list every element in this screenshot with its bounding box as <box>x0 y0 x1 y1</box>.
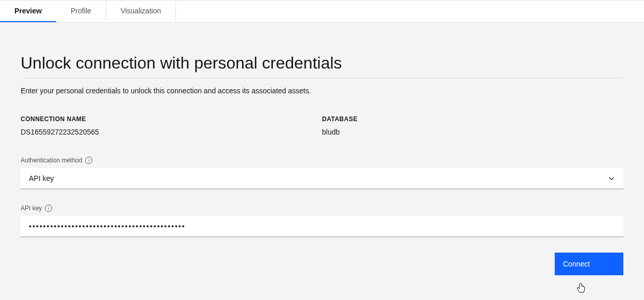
connection-name-label: CONNECTION NAME <box>21 115 322 123</box>
button-row: Connect <box>21 253 623 275</box>
chevron-down-icon <box>608 175 615 182</box>
api-key-label-row: API key i <box>21 205 623 212</box>
connection-name-block: CONNECTION NAME DS16559272232520565 <box>21 115 322 136</box>
tab-preview[interactable]: Preview <box>0 1 56 22</box>
page-description: Enter your personal credentials to unloc… <box>21 87 623 95</box>
database-block: DATABASE bludb <box>322 115 623 136</box>
api-key-input[interactable] <box>21 216 623 237</box>
tab-visualization-label: Visualization <box>121 7 161 15</box>
info-icon[interactable]: i <box>85 157 92 164</box>
auth-method-selected-value: API key <box>29 174 54 182</box>
tab-preview-label: Preview <box>14 7 42 15</box>
tab-profile-label: Profile <box>71 7 91 15</box>
auth-method-label: Authentication method <box>21 157 82 164</box>
api-key-label: API key <box>21 205 42 212</box>
database-value: bludb <box>322 128 623 136</box>
info-icon[interactable]: i <box>45 205 52 212</box>
auth-method-label-row: Authentication method i <box>21 157 623 164</box>
cursor-pointer-icon <box>576 282 586 294</box>
auth-method-select[interactable]: API key <box>21 168 623 189</box>
connect-button[interactable]: Connect <box>555 253 623 275</box>
connect-button-label: Connect <box>563 260 590 268</box>
auth-method-group: Authentication method i API key <box>21 157 623 189</box>
tab-profile[interactable]: Profile <box>56 1 106 22</box>
api-key-group: API key i <box>21 205 623 237</box>
tab-visualization[interactable]: Visualization <box>106 1 176 22</box>
tab-bar: Preview Profile Visualization <box>0 0 644 23</box>
connection-info-row: CONNECTION NAME DS16559272232520565 DATA… <box>21 115 623 136</box>
database-label: DATABASE <box>322 115 623 123</box>
page-title: Unlock connection with personal credenti… <box>21 54 623 78</box>
content-area: Unlock connection with personal credenti… <box>0 23 644 300</box>
connection-name-value: DS16559272232520565 <box>21 128 322 136</box>
